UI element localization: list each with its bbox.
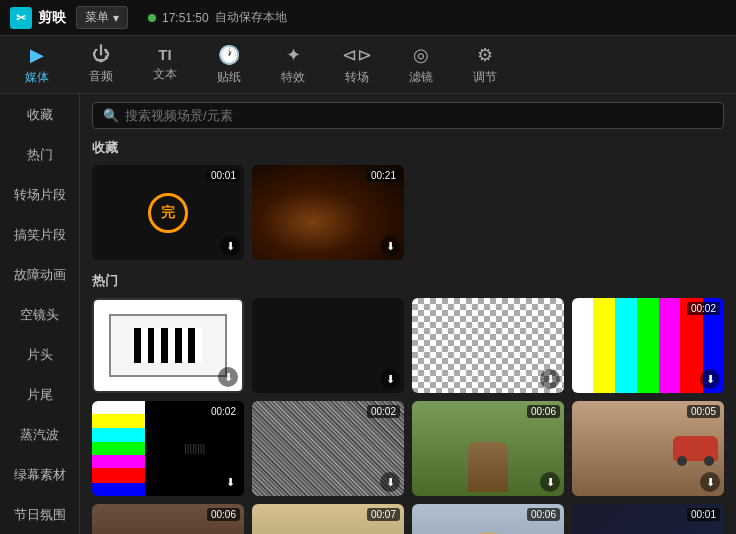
download-button[interactable]: ⬇ <box>380 236 400 256</box>
toy-car <box>673 436 718 461</box>
logo-area: ✂ 剪映 <box>10 7 66 29</box>
pattern-inner <box>134 328 203 364</box>
top-bar: ✂ 剪映 菜单 ▾ 17:51:50 自动保存本地 <box>0 0 736 36</box>
media-card-hot-6[interactable]: 00:02 ⬇ <box>252 401 404 496</box>
sidebar-item-vaporwave[interactable]: 蒸汽波 <box>4 416 75 454</box>
duration-badge: 00:21 <box>367 169 400 182</box>
complete-circle: 完 <box>148 193 188 233</box>
wheel-right <box>704 456 714 466</box>
download-button[interactable]: ⬇ <box>700 472 720 492</box>
media-card-fav-1[interactable]: 完 00:01 ⬇ <box>92 165 244 260</box>
search-bar: 🔍 <box>92 102 724 129</box>
media-card-hot-4[interactable]: 00:02 ⬇ <box>572 298 724 393</box>
duration-badge: 00:06 <box>207 508 240 521</box>
media-card-hot-5[interactable]: |||||||| 00:02 ⬇ <box>92 401 244 496</box>
section-title-favorites: 收藏 <box>92 139 724 157</box>
sticker-icon: 🕐 <box>218 44 240 66</box>
sidebar-item-opener[interactable]: 片头 <box>4 336 75 374</box>
download-button[interactable]: ⬇ <box>540 369 560 389</box>
transition-icon: ⊲⊳ <box>342 44 372 66</box>
search-icon: 🔍 <box>103 108 119 123</box>
download-button[interactable]: ⬇ <box>380 472 400 492</box>
text-icon: TI <box>158 46 171 63</box>
media-card-hot-2[interactable]: ⬇ <box>252 298 404 393</box>
media-card-hot-3[interactable]: ⬇ <box>412 298 564 393</box>
toolbar-effects[interactable]: ✦ 特效 <box>261 38 325 92</box>
download-button[interactable]: ⬇ <box>700 369 720 389</box>
audio-label: 音频 <box>89 68 113 85</box>
download-button[interactable]: ⬇ <box>220 236 240 256</box>
sidebar-item-favorites[interactable]: 收藏 <box>4 96 75 134</box>
toolbar: ▶ 媒体 ⏻ 音频 TI 文本 🕐 贴纸 ✦ 特效 ⊲⊳ 转场 ◎ 滤镜 ⚙ 调… <box>0 36 736 94</box>
menu-arrow-icon: ▾ <box>113 11 119 25</box>
app-name: 剪映 <box>38 9 66 27</box>
section-title-hot: 热门 <box>92 272 724 290</box>
logo-icon: ✂ <box>10 7 32 29</box>
duration-badge: 00:02 <box>367 405 400 418</box>
media-icon: ▶ <box>30 44 44 66</box>
text-label: 文本 <box>153 66 177 83</box>
media-card-hot-1[interactable]: ⬇ <box>92 298 244 393</box>
sidebar-item-hot[interactable]: 热门 <box>4 136 75 174</box>
bars-text: |||||||| <box>184 443 205 454</box>
adjust-label: 调节 <box>473 69 497 86</box>
toolbar-transition[interactable]: ⊲⊳ 转场 <box>325 38 389 92</box>
wheel-left <box>677 456 687 466</box>
duration-badge: 00:02 <box>687 302 720 315</box>
monkey-silhouette <box>468 442 508 492</box>
filter-icon: ◎ <box>413 44 429 66</box>
duration-badge: 00:06 <box>527 405 560 418</box>
toolbar-media[interactable]: ▶ 媒体 <box>5 38 69 92</box>
media-card-hot-8[interactable]: 00:05 ⬇ <box>572 401 724 496</box>
sticker-label: 贴纸 <box>217 69 241 86</box>
download-button[interactable]: ⬇ <box>540 472 560 492</box>
sidebar-item-festival[interactable]: 节日氛围 <box>4 496 75 534</box>
toolbar-filter[interactable]: ◎ 滤镜 <box>389 38 453 92</box>
status-time: 17:51:50 <box>162 11 209 25</box>
status-text: 自动保存本地 <box>215 9 287 26</box>
favorites-grid: 完 00:01 ⬇ 00:21 ⬇ <box>92 165 724 260</box>
duration-badge: 00:07 <box>367 508 400 521</box>
download-button[interactable]: ⬇ <box>218 367 238 387</box>
media-card-hot-7[interactable]: 00:06 ⬇ <box>412 401 564 496</box>
audio-icon: ⏻ <box>92 44 110 65</box>
hot-grid: ⬇ ⬇ ⬇ 00:02 ⬇ |||||||| 00:02 <box>92 298 724 534</box>
toolbar-adjust[interactable]: ⚙ 调节 <box>453 38 517 92</box>
duration-badge: 00:01 <box>207 169 240 182</box>
main-area: 收藏 热门 转场片段 搞笑片段 故障动画 空镜头 片头 片尾 蒸汽波 绿幕素材 … <box>0 94 736 534</box>
menu-label: 菜单 <box>85 9 109 26</box>
toolbar-text[interactable]: TI 文本 <box>133 38 197 92</box>
media-card-hot-12[interactable]: 头条 @你我皆非凡人 00:01 ⬇ <box>572 504 724 534</box>
sidebar: 收藏 热门 转场片段 搞笑片段 故障动画 空镜头 片头 片尾 蒸汽波 绿幕素材 … <box>0 94 80 534</box>
duration-badge: 00:06 <box>527 508 560 521</box>
test-pattern <box>109 314 227 378</box>
sidebar-item-green[interactable]: 绿幕素材 <box>4 456 75 494</box>
toolbar-audio[interactable]: ⏻ 音频 <box>69 38 133 92</box>
sidebar-item-transition-clips[interactable]: 转场片段 <box>4 176 75 214</box>
status-bar: 17:51:50 自动保存本地 <box>148 9 287 26</box>
sidebar-item-mirror[interactable]: 空镜头 <box>4 296 75 334</box>
duration-badge: 00:01 <box>687 508 720 521</box>
media-card-fav-2[interactable]: 00:21 ⬇ <box>252 165 404 260</box>
color-bars-left <box>92 401 145 496</box>
media-card-hot-11[interactable]: 🐶 00:06 ⬇ <box>412 504 564 534</box>
content-panel: 🔍 收藏 完 00:01 ⬇ 00:21 ⬇ 热门 <box>80 94 736 534</box>
menu-button[interactable]: 菜单 ▾ <box>76 6 128 29</box>
transition-label: 转场 <box>345 69 369 86</box>
effects-icon: ✦ <box>286 44 301 66</box>
download-button[interactable]: ⬇ <box>380 369 400 389</box>
sidebar-item-funny[interactable]: 搞笑片段 <box>4 216 75 254</box>
media-label: 媒体 <box>25 69 49 86</box>
sidebar-item-ending[interactable]: 片尾 <box>4 376 75 414</box>
media-card-hot-10[interactable]: 00:07 ⬇ <box>252 504 404 534</box>
sidebar-item-glitch[interactable]: 故障动画 <box>4 256 75 294</box>
effects-label: 特效 <box>281 69 305 86</box>
adjust-icon: ⚙ <box>477 44 493 66</box>
search-input[interactable] <box>125 108 713 123</box>
download-button[interactable]: ⬇ <box>220 472 240 492</box>
media-card-hot-9[interactable]: TAsh 00:06 ⬇ <box>92 504 244 534</box>
status-dot-icon <box>148 14 156 22</box>
toolbar-sticker[interactable]: 🕐 贴纸 <box>197 38 261 92</box>
duration-badge: 00:05 <box>687 405 720 418</box>
duration-badge: 00:02 <box>207 405 240 418</box>
